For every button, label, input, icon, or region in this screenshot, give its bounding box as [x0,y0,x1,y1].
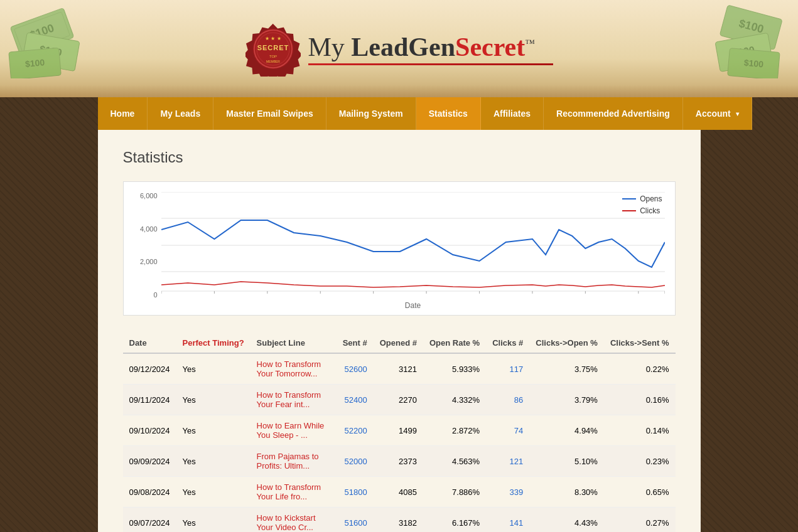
col-clicks: Clicks # [486,333,529,353]
table-cell: How to Transform Your Life fro... [251,477,337,508]
svg-text:MEMBER: MEMBER [266,60,280,63]
subject-link[interactable]: How to Transform Your Life fro... [257,482,321,501]
table-cell: 0.14% [604,415,676,446]
svg-text:SECRET: SECRET [257,44,289,51]
header-banner: $100 $100 $100 [0,0,798,97]
table-cell: 09/12/2024 [123,353,176,385]
table-cell: 8.30% [529,477,604,508]
table-cell: 7.886% [423,477,486,508]
page-title: Statistics [123,149,676,166]
table-row: 09/12/2024YesHow to Transform Your Tomor… [123,353,676,385]
chart-clicks-line [161,282,665,287]
legend-clicks-label: Clicks [640,206,660,215]
table-cell: Yes [176,477,251,508]
table-cell: How to Transform Your Tomorrow... [251,353,337,385]
table-cell: 2270 [374,385,423,415]
y-label-4000: 4,000 [140,225,158,233]
nav-mailing-system[interactable]: Mailing System [326,97,416,130]
svg-text:$100: $100 [743,58,764,70]
table-cell: 2.872% [423,415,486,446]
subject-link[interactable]: How to Kickstart Your Video Cr... [257,513,316,532]
chart-svg [161,192,665,299]
sent-link[interactable]: 51800 [345,487,367,497]
table-cell: 09/10/2024 [123,415,176,446]
table-cell: 51600 [337,508,374,533]
table-cell: 5.933% [423,353,486,385]
table-cell: 3182 [374,508,423,533]
svg-text:$100: $100 [24,57,45,69]
y-label-6000: 6,000 [140,192,158,200]
chart-container: 6,000 4,000 2,000 0 [123,181,676,316]
sent-link[interactable]: 52400 [345,395,367,405]
account-caret-icon: ▾ [736,110,739,117]
page-content: Statistics 6,000 4,000 2,000 0 [98,130,701,532]
sent-link[interactable]: 52600 [345,364,367,374]
y-label-0: 0 [153,291,157,299]
table-header-row: Date Perfect Timing? Subject Line Sent #… [123,333,676,353]
money-decor-left: $100 $100 $100 [6,3,107,81]
table-cell: 2373 [374,446,423,477]
sent-link[interactable]: 52200 [345,426,367,435]
table-cell: 09/11/2024 [123,385,176,415]
chart-x-axis-label: Date [161,301,665,310]
table-cell: From Pajamas to Profits: Ultim... [251,446,337,477]
clicks-link[interactable]: 74 [514,426,523,435]
col-opened: Opened # [374,333,423,353]
legend-opens-label: Opens [640,194,662,203]
clicks-link[interactable]: 86 [514,395,523,405]
table-cell: How to Kickstart Your Video Cr... [251,508,337,533]
table-cell: 4.332% [423,385,486,415]
table-row: 09/11/2024YesHow to Transform Your Fear … [123,385,676,415]
table-cell: How to Earn While You Sleep - ... [251,415,337,446]
subject-link[interactable]: How to Transform Your Fear int... [257,390,321,409]
col-perfect-timing: Perfect Timing? [176,333,251,353]
table-cell: 0.65% [604,477,676,508]
table-cell: 5.10% [529,446,604,477]
main-nav: Home My Leads Master Email Swipes Mailin… [98,97,701,130]
brand-name: My LeadGenSecret™ [308,32,553,65]
nav-master-email-swipes[interactable]: Master Email Swipes [213,97,326,130]
col-subject-line: Subject Line [251,333,337,353]
nav-my-leads[interactable]: My Leads [148,97,213,130]
table-cell: 74 [486,415,529,446]
clicks-link[interactable]: 141 [510,518,524,528]
table-cell: 52600 [337,353,374,385]
clicks-link[interactable]: 121 [510,457,524,466]
table-cell: How to Transform Your Fear int... [251,385,337,415]
brand-leadgen: LeadGen [351,33,455,61]
clicks-link[interactable]: 339 [510,487,524,497]
main-content: Home My Leads Master Email Swipes Mailin… [98,97,701,532]
nav-statistics[interactable]: Statistics [416,97,481,130]
table-cell: 52000 [337,446,374,477]
table-cell: Yes [176,508,251,533]
money-decor-right: $100 $100 $100 [691,3,792,81]
brand-secret: Secret [455,33,525,61]
col-open-rate: Open Rate % [423,333,486,353]
subject-link[interactable]: How to Transform Your Tomorrow... [257,359,321,378]
legend-opens-line [622,198,636,200]
nav-recommended-advertising[interactable]: Recommended Advertising [544,97,683,130]
table-cell: 3121 [374,353,423,385]
nav-account[interactable]: Account ▾ [683,97,752,130]
nav-home[interactable]: Home [98,97,148,130]
table-cell: 52400 [337,385,374,415]
brand-my: My [308,33,352,61]
col-sent: Sent # [337,333,374,353]
col-clicks-sent: Clicks->Sent % [604,333,676,353]
nav-affiliates[interactable]: Affiliates [481,97,544,130]
chart-opens-line [161,220,665,267]
sent-link[interactable]: 51600 [345,518,367,528]
subject-link[interactable]: From Pajamas to Profits: Ultim... [257,452,319,471]
clicks-link[interactable]: 117 [510,364,524,374]
table-cell: 09/07/2024 [123,508,176,533]
svg-text:★ ★ ★: ★ ★ ★ [265,36,281,41]
table-cell: 4085 [374,477,423,508]
table-row: 09/09/2024YesFrom Pajamas to Profits: Ul… [123,446,676,477]
brand-seal: ★ ★ ★ SECRET TOP MEMBER [245,21,301,77]
table-row: 09/08/2024YesHow to Transform Your Life … [123,477,676,508]
chart-y-axis: 6,000 4,000 2,000 0 [134,192,161,299]
legend-clicks-line [622,210,636,211]
subject-link[interactable]: How to Earn While You Sleep - ... [257,421,325,440]
table-cell: 4.94% [529,415,604,446]
sent-link[interactable]: 52000 [345,457,367,466]
